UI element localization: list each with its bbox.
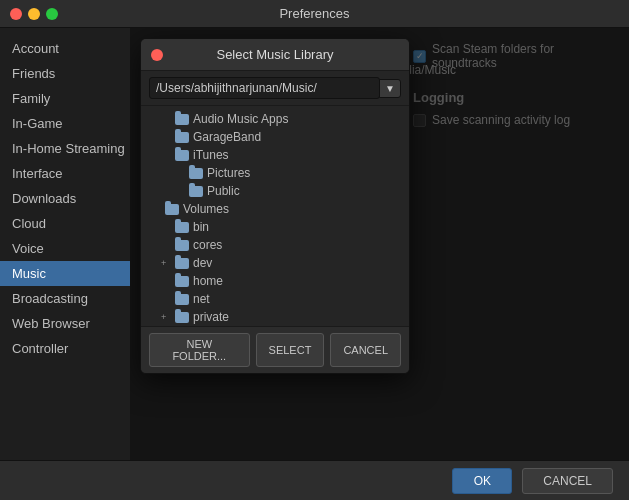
sidebar-item-friends[interactable]: Friends — [0, 61, 130, 86]
folder-icon — [175, 132, 189, 143]
modal-footer: NEW FOLDER... SELECT CANCEL — [141, 326, 409, 373]
tree-item[interactable]: Audio Music Apps — [141, 110, 409, 128]
tree-item-label: private — [193, 310, 229, 324]
tree-item-label: Public — [207, 184, 240, 198]
tree-item-label: GarageBand — [193, 130, 261, 144]
modal-header: Select Music Library — [141, 39, 409, 71]
title-bar: Preferences — [0, 0, 629, 28]
tree-item-label: net — [193, 292, 210, 306]
content-area: Music Library /Users/abhijithnarjunan/Mu… — [130, 28, 629, 460]
folder-icon — [175, 312, 189, 323]
tree-item[interactable]: Volumes — [141, 200, 409, 218]
sidebar-item-family[interactable]: Family — [0, 86, 130, 111]
sidebar-item-account[interactable]: Account — [0, 36, 130, 61]
folder-icon — [175, 114, 189, 125]
folder-icon — [189, 186, 203, 197]
sidebar-item-downloads[interactable]: Downloads — [0, 186, 130, 211]
tree-item[interactable]: net — [141, 290, 409, 308]
tree-item[interactable]: +dev — [141, 254, 409, 272]
folder-icon — [175, 294, 189, 305]
maximize-button[interactable] — [46, 8, 58, 20]
main-layout: AccountFriendsFamilyIn-GameIn-Home Strea… — [0, 28, 629, 460]
folder-icon — [175, 258, 189, 269]
sidebar-item-web-browser[interactable]: Web Browser — [0, 311, 130, 336]
bottom-bar: OK CANCEL — [0, 460, 629, 500]
sidebar-item-in-game[interactable]: In-Game — [0, 111, 130, 136]
sidebar-item-cloud[interactable]: Cloud — [0, 211, 130, 236]
minimize-button[interactable] — [28, 8, 40, 20]
sidebar-item-voice[interactable]: Voice — [0, 236, 130, 261]
sidebar-item-in-home-streaming[interactable]: In-Home Streaming — [0, 136, 130, 161]
tree-item[interactable]: iTunes — [141, 146, 409, 164]
folder-icon — [175, 276, 189, 287]
sidebar-item-interface[interactable]: Interface — [0, 161, 130, 186]
file-tree: Audio Music AppsGarageBandiTunesPictures… — [141, 106, 409, 326]
tree-item[interactable]: bin — [141, 218, 409, 236]
tree-item-label: iTunes — [193, 148, 229, 162]
modal-overlay: Select Music Library ▼ Audio Music AppsG… — [130, 28, 629, 460]
sidebar-item-broadcasting[interactable]: Broadcasting — [0, 286, 130, 311]
window-title: Preferences — [279, 6, 349, 21]
tree-item-label: Volumes — [183, 202, 229, 216]
tree-item-label: cores — [193, 238, 222, 252]
tree-item[interactable]: GarageBand — [141, 128, 409, 146]
tree-item-label: Audio Music Apps — [193, 112, 288, 126]
modal-cancel-button[interactable]: CANCEL — [330, 333, 401, 367]
select-music-library-modal: Select Music Library ▼ Audio Music AppsG… — [140, 38, 410, 374]
folder-icon — [165, 204, 179, 215]
tree-item-label: dev — [193, 256, 212, 270]
folder-icon — [175, 150, 189, 161]
folder-icon — [189, 168, 203, 179]
new-folder-button[interactable]: NEW FOLDER... — [149, 333, 250, 367]
path-input[interactable] — [149, 77, 380, 99]
modal-close-button[interactable] — [151, 49, 163, 61]
folder-icon — [175, 240, 189, 251]
tree-item[interactable]: home — [141, 272, 409, 290]
tree-item-label: home — [193, 274, 223, 288]
sidebar: AccountFriendsFamilyIn-GameIn-Home Strea… — [0, 28, 130, 460]
ok-button[interactable]: OK — [452, 468, 512, 494]
select-button[interactable]: SELECT — [256, 333, 325, 367]
tree-item-label: Pictures — [207, 166, 250, 180]
tree-item[interactable]: +private — [141, 308, 409, 326]
sidebar-item-music[interactable]: Music — [0, 261, 130, 286]
modal-path-bar: ▼ — [141, 71, 409, 106]
folder-icon — [175, 222, 189, 233]
title-bar-buttons — [10, 8, 58, 20]
close-button[interactable] — [10, 8, 22, 20]
tree-item[interactable]: cores — [141, 236, 409, 254]
sidebar-item-controller[interactable]: Controller — [0, 336, 130, 361]
tree-item[interactable]: Pictures — [141, 164, 409, 182]
modal-title: Select Music Library — [171, 47, 399, 62]
tree-item-label: bin — [193, 220, 209, 234]
path-dropdown-button[interactable]: ▼ — [379, 79, 401, 98]
cancel-button[interactable]: CANCEL — [522, 468, 613, 494]
tree-item[interactable]: Public — [141, 182, 409, 200]
